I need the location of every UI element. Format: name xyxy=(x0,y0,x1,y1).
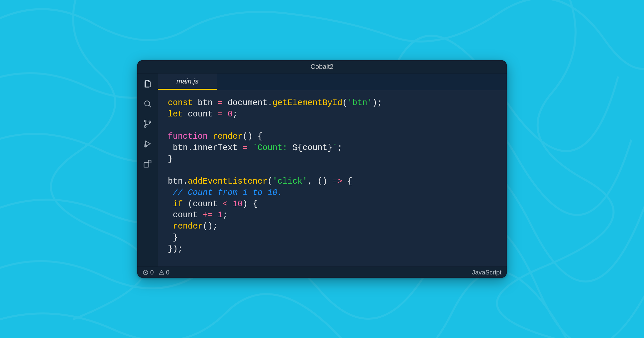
code-token: } xyxy=(327,143,332,153)
editor-window: Cobalt2 xyxy=(137,60,507,278)
code-indent xyxy=(168,188,173,198)
code-token: . xyxy=(268,98,272,108)
code-token: { xyxy=(253,132,263,141)
code-token: const xyxy=(168,98,193,108)
code-token: 0 xyxy=(228,109,233,119)
code-token: ; xyxy=(223,210,228,220)
warning-icon xyxy=(159,269,164,275)
code-token: < xyxy=(218,199,233,209)
code-indent xyxy=(168,199,173,209)
status-warnings[interactable]: 0 xyxy=(159,269,170,276)
code-token: () xyxy=(317,177,327,186)
extensions-icon[interactable] xyxy=(142,158,153,169)
code-token: if xyxy=(173,199,183,209)
status-errors[interactable]: 0 xyxy=(143,269,154,276)
code-token: ( xyxy=(342,98,347,108)
svg-point-1 xyxy=(144,120,146,122)
titlebar: Cobalt2 xyxy=(137,60,507,74)
code-comment: // Count from 1 to 10. xyxy=(173,188,282,198)
code-token xyxy=(183,109,188,119)
code-token: 1 xyxy=(218,210,223,220)
code-token: ` xyxy=(332,143,337,153)
code-token: (); xyxy=(203,222,218,231)
status-errors-count: 0 xyxy=(150,269,154,276)
code-token: ` xyxy=(253,143,258,153)
code-token: let xyxy=(168,109,183,119)
code-token: innerText xyxy=(193,143,238,153)
code-indent xyxy=(168,233,173,243)
code-indent xyxy=(168,210,173,220)
code-token: ); xyxy=(372,98,382,108)
code-token: document xyxy=(228,98,268,108)
code-token: 'click' xyxy=(272,177,307,186)
code-token: } xyxy=(173,233,178,243)
error-icon xyxy=(143,269,149,275)
code-token: { xyxy=(347,177,352,186)
code-token: = xyxy=(213,98,228,108)
code-token: () xyxy=(243,132,253,141)
git-branch-icon[interactable] xyxy=(142,118,153,129)
code-token: btn xyxy=(173,143,188,153)
svg-rect-5 xyxy=(144,162,149,167)
status-language[interactable]: JavaScript xyxy=(472,269,501,276)
svg-point-2 xyxy=(144,125,146,127)
code-indent xyxy=(168,222,173,231)
code-token: btn xyxy=(168,177,183,186)
code-token: count xyxy=(173,210,198,220)
code-token: 10 xyxy=(233,199,243,209)
stage: Cobalt2 xyxy=(0,0,644,338)
code-token: = xyxy=(238,143,253,153)
files-icon[interactable] xyxy=(142,78,153,89)
status-left: 0 0 xyxy=(143,269,169,276)
code-token: { xyxy=(248,199,258,209)
code-token: . xyxy=(188,143,193,153)
code-token: function xyxy=(168,132,208,141)
debug-icon[interactable] xyxy=(142,138,153,149)
code-token: = xyxy=(213,109,228,119)
code-token: Count: xyxy=(258,143,292,153)
code-token: } xyxy=(168,154,173,164)
code-token xyxy=(193,98,198,108)
editor-main: main.js const btn = document.getElementB… xyxy=(158,74,507,267)
code-token: btn xyxy=(198,98,213,108)
code-token: ${ xyxy=(292,143,302,153)
code-token: addEventListener xyxy=(188,177,268,186)
code-token: render xyxy=(213,132,243,141)
code-token: . xyxy=(183,177,188,186)
svg-point-3 xyxy=(149,121,151,122)
tab-main-js[interactable]: main.js xyxy=(158,74,217,90)
code-token: , xyxy=(307,177,317,186)
code-token: getElementById xyxy=(272,98,342,108)
code-token: render xyxy=(173,222,203,231)
code-token: += xyxy=(198,210,218,220)
code-token xyxy=(208,132,213,141)
svg-point-0 xyxy=(145,101,150,106)
search-icon[interactable] xyxy=(142,98,153,109)
code-token: => xyxy=(327,177,347,186)
status-bar: 0 0 JavaScript xyxy=(137,266,507,278)
code-token: ( xyxy=(268,177,272,186)
code-indent xyxy=(168,143,173,153)
status-warnings-count: 0 xyxy=(166,269,170,276)
code-token: count xyxy=(193,199,218,209)
tab-row: main.js xyxy=(158,74,507,90)
code-editor[interactable]: const btn = document.getElementById('btn… xyxy=(158,90,507,267)
activity-bar xyxy=(137,74,158,267)
tab-label: main.js xyxy=(176,77,199,85)
window-title: Cobalt2 xyxy=(311,63,334,71)
code-token: ; xyxy=(233,109,238,119)
code-token: 'btn' xyxy=(347,98,372,108)
editor-body: main.js const btn = document.getElementB… xyxy=(137,74,507,267)
code-token: count xyxy=(188,109,213,119)
code-token: ; xyxy=(337,143,342,153)
status-language-label: JavaScript xyxy=(472,269,501,276)
code-token xyxy=(183,199,188,209)
code-token: }); xyxy=(168,244,183,254)
code-token: count xyxy=(302,143,327,153)
code-token: ) xyxy=(243,199,248,209)
code-token: ( xyxy=(188,199,193,209)
